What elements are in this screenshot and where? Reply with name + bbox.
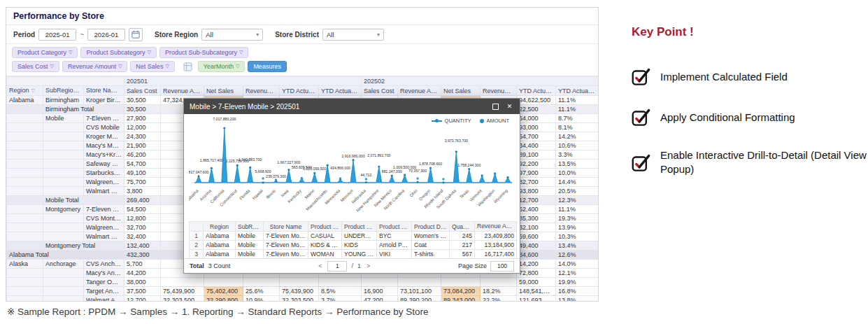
grid-cell[interactable]: 10.0%: [556, 169, 599, 178]
grid-cell[interactable]: 54,700: [124, 160, 161, 169]
grid-region-cell[interactable]: [7, 187, 43, 196]
grid-cell[interactable]: 62,400: [517, 205, 556, 214]
grid-cell[interactable]: 32,400: [124, 232, 161, 241]
grid-store-cell[interactable]: Walgreens Mobil...: [84, 178, 124, 187]
grid-cell[interactable]: 10.3%: [556, 232, 599, 241]
grid-region-cell[interactable]: [7, 232, 43, 241]
grid-cell[interactable]: 59,000: [517, 278, 556, 287]
detail-cell[interactable]: 7-Eleven Mobile: [264, 250, 308, 259]
grid-cell[interactable]: 3.3%: [556, 150, 599, 160]
grid-cell[interactable]: [243, 278, 280, 287]
grid-subregion-cell[interactable]: [43, 141, 84, 150]
grid-region-cell[interactable]: Alabama: [7, 96, 43, 105]
chip-sales-cost[interactable]: Sales Cost▽: [12, 61, 59, 72]
grid-cell[interactable]: 11.1%: [556, 205, 599, 214]
grid-cell[interactable]: 12,700: [517, 196, 556, 205]
grid-cell[interactable]: 8.5%: [319, 287, 362, 296]
grid-store-cell[interactable]: Macy's Anchorag...: [84, 269, 124, 278]
detail-cell[interactable]: WOMAN: [308, 250, 342, 259]
popup-titlebar[interactable]: Mobile > 7-Eleven Mobile > 202501 ✕: [184, 99, 520, 114]
detail-cell[interactable]: 23,409,800: [475, 232, 517, 241]
grid-cell[interactable]: [204, 278, 243, 287]
grid-cell[interactable]: 85,300: [517, 214, 556, 223]
grid-region-cell[interactable]: [7, 169, 43, 178]
grid-cell[interactable]: 8.1%: [556, 123, 599, 132]
grid-header-ytd-actuals[interactable]: YTD Actuals: [517, 86, 556, 96]
chip-yearmonth[interactable]: YearMonth▽: [198, 61, 246, 72]
grid-store-cell[interactable]: 7-Eleven Montgo...: [84, 205, 124, 214]
grid-cell[interactable]: [362, 278, 398, 287]
detail-cell[interactable]: 7-Eleven Mobile: [264, 241, 308, 250]
calendar-icon[interactable]: [129, 28, 143, 41]
detail-rownum[interactable]: 1: [190, 232, 204, 241]
grid-header-revenue[interactable]: Revenue (%): [481, 86, 517, 96]
grid-subregion-cell[interactable]: Montgomery: [43, 205, 84, 214]
chip-product-subcategory[interactable]: Product Subcategory▽: [80, 47, 156, 58]
grid-cell[interactable]: 12,000: [124, 123, 161, 132]
grid-header-revenue-amount[interactable]: Revenue Amount: [398, 86, 441, 96]
grid-cell[interactable]: 13.5%: [556, 160, 599, 169]
grid-region-cell[interactable]: [7, 178, 43, 187]
close-icon[interactable]: ✕: [505, 103, 514, 110]
grid-region-cell[interactable]: [7, 123, 43, 132]
next-page-button[interactable]: >: [365, 262, 371, 269]
grid-cell[interactable]: 75,402,400: [204, 287, 243, 296]
grid-store-cell[interactable]: Walgreens Mont...: [84, 223, 124, 232]
grid-cell[interactable]: 32,303,500: [280, 296, 319, 302]
grid-region-cell[interactable]: [7, 278, 43, 287]
grid-region-cell[interactable]: [7, 287, 43, 296]
grid-subregion-cell[interactable]: [43, 278, 84, 287]
detail-header-quantity[interactable]: Quantity: [450, 222, 475, 232]
grid-cell[interactable]: 49,100: [124, 169, 161, 178]
grid-header-ytd-actuals[interactable]: YTD Actuals (%): [556, 86, 599, 96]
detail-rownum[interactable]: 2: [190, 241, 204, 250]
detail-header-product-detaile[interactable]: Product Detaile...: [412, 222, 450, 232]
detail-cell[interactable]: YOUNG CHARA...: [342, 250, 377, 259]
grid-cell[interactable]: 13.4%: [556, 241, 599, 251]
grid-store-cell[interactable]: CVS Montgomer...: [84, 214, 124, 223]
detail-header-subregion[interactable]: SubRegion: [236, 222, 264, 232]
grid-cell[interactable]: 30,500: [124, 105, 161, 114]
grid-header-subregion[interactable]: SubRegion▽: [43, 86, 84, 96]
grid-cell[interactable]: 75,439,900: [280, 287, 319, 296]
grid-cell[interactable]: 12.1%: [556, 269, 599, 278]
grid-cell[interactable]: 54,700: [517, 132, 556, 141]
grid-subregion-cell[interactable]: [43, 187, 84, 196]
grid-cell[interactable]: [319, 278, 362, 287]
grid-header-revenue[interactable]: Revenue (%): [243, 86, 280, 96]
grid-cell[interactable]: 89,343,000: [441, 296, 481, 302]
detail-cell[interactable]: 16,717,400: [475, 250, 517, 259]
grid-region-cell[interactable]: [7, 150, 43, 160]
grid-cell[interactable]: 34,400: [517, 141, 556, 150]
grid-cell[interactable]: 132,400: [124, 241, 161, 251]
grid-store-cell[interactable]: CVS Anchorage: [84, 260, 124, 269]
grid-cell[interactable]: 27,900: [124, 114, 161, 123]
grid-cell[interactable]: 94,622,500: [517, 96, 556, 105]
detail-cell[interactable]: Alabama: [204, 241, 236, 250]
grid-cell[interactable]: 24,300: [124, 132, 161, 141]
grid-cell[interactable]: 19.3%: [556, 214, 599, 223]
grid-cell[interactable]: 49,400: [517, 241, 556, 251]
detail-cell[interactable]: 245: [450, 232, 475, 241]
grid-cell[interactable]: 3.7%: [319, 296, 362, 302]
detail-cell[interactable]: Mobile: [236, 241, 264, 250]
grid-subregion-cell[interactable]: [43, 223, 84, 232]
grid-region-cell[interactable]: Alaska: [7, 260, 43, 269]
grid-subregion-cell[interactable]: [43, 178, 84, 187]
detail-cell[interactable]: Women's Pajam...: [412, 232, 450, 241]
grid-cell[interactable]: 93,800: [517, 187, 556, 196]
grid-subregion-cell[interactable]: Mobile: [43, 114, 84, 123]
grid-subregion-cell[interactable]: [43, 214, 84, 223]
grid-cell[interactable]: 54,500: [124, 205, 161, 214]
grid-cell[interactable]: 30,500: [124, 96, 161, 105]
grid-cell[interactable]: 25.6%: [243, 287, 280, 296]
grid-subregion-cell[interactable]: [43, 287, 84, 296]
grid-cell[interactable]: 38,000: [124, 278, 161, 287]
grid-header-revenue-amount[interactable]: Revenue Amount: [161, 86, 204, 96]
grid-cell[interactable]: 84,600: [517, 251, 556, 260]
detail-cell[interactable]: Alabama: [204, 232, 236, 241]
grid-cell[interactable]: 22.2%: [481, 296, 517, 302]
grid-cell[interactable]: 16,900: [362, 287, 398, 296]
store-region-select[interactable]: All ▾: [201, 29, 263, 41]
column-group-202502[interactable]: 202502: [362, 77, 599, 86]
